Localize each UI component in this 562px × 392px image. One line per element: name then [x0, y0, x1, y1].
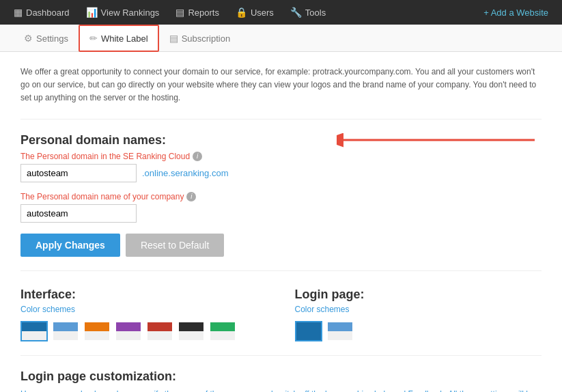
rankings-icon: 📊: [86, 7, 98, 18]
reports-icon: ▤: [175, 7, 184, 18]
company-domain-label: The Personal domain name of your company…: [20, 192, 542, 201]
login-swatches: [295, 321, 542, 341]
nav-reports[interactable]: ▤ Reports: [169, 0, 226, 25]
login-swatch-2[interactable]: [326, 321, 354, 341]
login-swatch-1[interactable]: [295, 321, 322, 341]
interface-swatch-4[interactable]: [115, 321, 142, 341]
cloud-domain-row: .online.seranking.com: [20, 164, 542, 182]
interface-swatch-3[interactable]: [83, 321, 111, 341]
section-header: Personal domain names:: [20, 133, 542, 148]
login-customization-title: Login page customization:: [20, 369, 542, 384]
cloud-info-icon[interactable]: i: [193, 152, 202, 161]
settings-icon: ⚙: [24, 33, 33, 44]
login-customization-section: Login page customization: Here you can u…: [20, 369, 542, 392]
add-website-label: + Add a Website: [483, 8, 548, 18]
nav-users-label: Users: [251, 8, 274, 18]
tab-settings-label: Settings: [36, 33, 68, 44]
interface-swatch-6[interactable]: [178, 321, 205, 341]
color-scheme-section: Interface: Color schemes: [20, 288, 542, 356]
company-domain-input[interactable]: [20, 204, 137, 223]
login-page-section: Login page: Color schemes: [295, 288, 542, 341]
interface-swatch-2[interactable]: [52, 321, 79, 341]
apply-changes-button[interactable]: Apply Changes: [20, 234, 120, 257]
interface-title: Interface:: [20, 288, 268, 302]
subscription-icon: ▤: [169, 33, 178, 44]
interface-swatches: [20, 321, 268, 341]
reset-default-button[interactable]: Reset to Default: [126, 234, 224, 257]
company-info-icon[interactable]: i: [186, 192, 196, 201]
top-nav: ▦ Dashboard 📊 View Rankings ▤ Reports 🔒 …: [0, 0, 562, 25]
interface-swatch-7[interactable]: [209, 321, 236, 341]
main-content: We offer a great opportunity to connect …: [0, 52, 562, 392]
action-buttons: Apply Changes Reset to Default: [20, 234, 542, 271]
interface-color-schemes-label: Color schemes: [20, 305, 268, 314]
cloud-domain-suffix: .online.seranking.com: [142, 168, 228, 178]
nav-users[interactable]: 🔒 Users: [229, 0, 281, 25]
personal-domain-title: Personal domain names:: [20, 133, 166, 148]
users-icon: 🔒: [236, 7, 247, 18]
tab-settings[interactable]: ⚙ Settings: [14, 25, 79, 51]
tab-white-label[interactable]: ✏ White Label: [79, 25, 159, 52]
login-color-schemes-label: Color schemes: [295, 305, 542, 314]
nav-rankings-label: View Rankings: [101, 8, 160, 18]
tab-subscription-label: Subscription: [182, 33, 231, 44]
interface-swatch-5[interactable]: [146, 321, 173, 341]
tools-icon: 🔧: [290, 7, 302, 18]
nav-view-rankings[interactable]: 📊 View Rankings: [79, 0, 167, 25]
intro-text: We offer a great opportunity to connect …: [20, 66, 542, 120]
login-customization-desc: Here you can upload your logo, specify t…: [20, 388, 542, 392]
nav-tools[interactable]: 🔧 Tools: [283, 0, 333, 25]
tab-white-label-label: White Label: [101, 33, 148, 44]
dashboard-icon: ▦: [14, 7, 23, 18]
tab-subscription[interactable]: ▤ Subscription: [159, 25, 241, 51]
login-page-title: Login page:: [295, 288, 542, 302]
nav-dashboard[interactable]: ▦ Dashboard: [7, 0, 76, 25]
nav-reports-label: Reports: [188, 8, 219, 18]
add-website-button[interactable]: + Add a Website: [477, 0, 555, 25]
personal-domain-section: Personal domain names: The Personal doma…: [20, 133, 542, 271]
interface-swatch-1[interactable]: [20, 321, 48, 341]
nav-dashboard-label: Dashboard: [26, 8, 70, 18]
white-label-icon: ✏: [89, 33, 98, 44]
nav-tools-label: Tools: [305, 8, 326, 18]
sub-tabs: ⚙ Settings ✏ White Label ▤ Subscription: [0, 25, 562, 52]
red-arrow-decoration: [337, 126, 542, 154]
interface-section: Interface: Color schemes: [20, 288, 268, 341]
cloud-domain-input[interactable]: [20, 164, 137, 182]
